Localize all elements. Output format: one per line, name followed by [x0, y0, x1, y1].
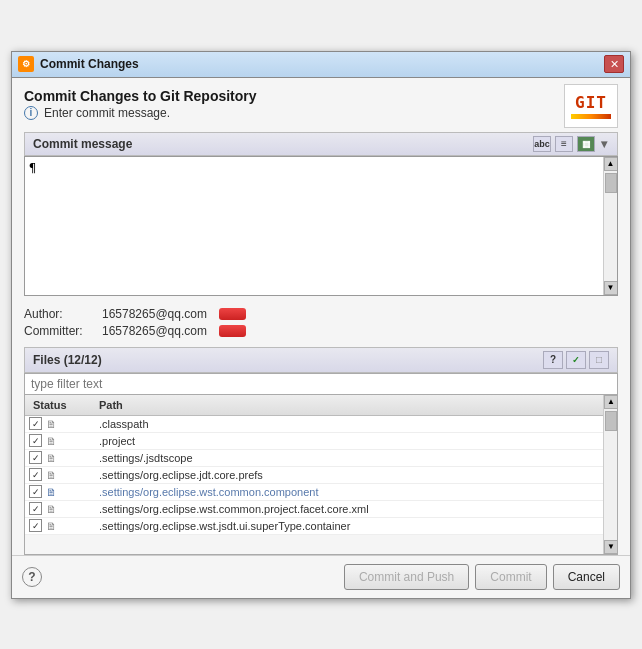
cell-path: .settings/org.eclipse.wst.common.compone…: [95, 485, 603, 499]
dialog-icon: ⚙: [18, 56, 34, 72]
files-table-container: Status Path ✓ 🗎 .classpath: [24, 395, 618, 555]
files-scroll-up[interactable]: ▲: [604, 395, 618, 409]
table-header: Status Path: [25, 395, 603, 416]
author-badge: [219, 308, 246, 320]
filter-input[interactable]: [24, 373, 618, 395]
committer-row: Committer: 16578265@qq.com: [24, 324, 618, 338]
file-type-icon: 🗎: [44, 485, 58, 499]
commit-message-label: Commit message: [33, 137, 132, 151]
file-type-icon: 🗎: [44, 451, 58, 465]
commit-message-input[interactable]: ¶: [25, 157, 603, 295]
commit-message-area: ¶ ▲ ▼: [24, 156, 618, 296]
message-scrollbar[interactable]: ▲ ▼: [603, 157, 617, 295]
commit-message-section: Commit message abc ≡ ▦ ▾ ¶ ▲: [12, 132, 630, 302]
author-label: Author:: [24, 307, 94, 321]
cell-status: ✓ 🗎: [25, 417, 95, 431]
row-checkbox[interactable]: ✓: [29, 468, 42, 481]
scroll-up-arrow[interactable]: ▲: [604, 157, 618, 171]
files-table: Status Path ✓ 🗎 .classpath: [25, 395, 603, 554]
author-row: Author: 16578265@qq.com: [24, 307, 618, 321]
file-type-icon: 🗎: [44, 502, 58, 516]
cell-path: .settings/org.eclipse.wst.common.project…: [95, 502, 603, 516]
files-uncheck-icon[interactable]: □: [589, 351, 609, 369]
template-icon[interactable]: ▦: [577, 136, 595, 152]
committer-badge: [219, 325, 246, 337]
format-icon[interactable]: ≡: [555, 136, 573, 152]
dialog-title: Commit Changes to Git Repository: [24, 88, 618, 104]
table-row[interactable]: ✓ 🗎 .settings/org.eclipse.wst.jsdt.ui.su…: [25, 518, 603, 535]
bottom-left: ?: [22, 567, 42, 587]
file-type-icon: 🗎: [44, 417, 58, 431]
files-scroll-down[interactable]: ▼: [604, 540, 618, 554]
commit-and-push-button[interactable]: Commit and Push: [344, 564, 469, 590]
file-type-icon: 🗎: [44, 468, 58, 482]
cell-status: ✓ 🗎: [25, 485, 95, 499]
author-section: Author: 16578265@qq.com Committer: 16578…: [12, 302, 630, 347]
cancel-button[interactable]: Cancel: [553, 564, 620, 590]
table-row[interactable]: ✓ 🗎 .classpath: [25, 416, 603, 433]
files-help-icon[interactable]: ?: [543, 351, 563, 369]
cell-status: ✓ 🗎: [25, 468, 95, 482]
cell-status: ✓ 🗎: [25, 502, 95, 516]
author-value: 16578265@qq.com: [102, 307, 207, 321]
cell-path: .settings/org.eclipse.wst.jsdt.ui.superT…: [95, 519, 603, 533]
help-button[interactable]: ?: [22, 567, 42, 587]
committer-label: Committer:: [24, 324, 94, 338]
table-row[interactable]: ✓ 🗎 .settings/.jsdtscope: [25, 450, 603, 467]
dialog-header: Commit Changes to Git Repository i Enter…: [12, 78, 630, 132]
scroll-track: [604, 171, 617, 281]
col-path-header: Path: [95, 397, 603, 413]
commit-dialog: ⚙ Commit Changes ✕ Commit Changes to Git…: [11, 51, 631, 599]
subtitle-text: Enter commit message.: [44, 106, 170, 120]
spell-check-icon[interactable]: abc: [533, 136, 551, 152]
files-scroll-thumb: [605, 411, 617, 431]
files-check-icon[interactable]: ✓: [566, 351, 586, 369]
title-bar: ⚙ Commit Changes ✕: [12, 52, 630, 78]
dialog-subtitle: i Enter commit message.: [24, 106, 618, 120]
scroll-thumb: [605, 173, 617, 193]
close-button[interactable]: ✕: [604, 55, 624, 73]
row-checkbox[interactable]: ✓: [29, 451, 42, 464]
table-body: ✓ 🗎 .classpath ✓ 🗎 .project: [25, 416, 603, 535]
cell-path: .settings/.jsdtscope: [95, 451, 603, 465]
cell-path: .settings/org.eclipse.jdt.core.prefs: [95, 468, 603, 482]
scroll-down-arrow[interactable]: ▼: [604, 281, 618, 295]
cell-status: ✓ 🗎: [25, 434, 95, 448]
cell-path: .project: [95, 434, 603, 448]
col-status-header: Status: [25, 397, 95, 413]
table-row[interactable]: ✓ 🗎 .project: [25, 433, 603, 450]
row-checkbox[interactable]: ✓: [29, 417, 42, 430]
row-checkbox[interactable]: ✓: [29, 434, 42, 447]
files-section: Files (12/12) ? ✓ □ Status Path ✓: [12, 347, 630, 555]
commit-button[interactable]: Commit: [475, 564, 546, 590]
cell-path: .classpath: [95, 417, 603, 431]
committer-value: 16578265@qq.com: [102, 324, 207, 338]
commit-message-header: Commit message abc ≡ ▦ ▾: [24, 132, 618, 156]
table-row[interactable]: ✓ 🗎 .settings/org.eclipse.wst.common.com…: [25, 484, 603, 501]
info-icon: i: [24, 106, 38, 120]
title-bar-text: Commit Changes: [40, 57, 604, 71]
bottom-buttons: Commit and Push Commit Cancel: [344, 564, 620, 590]
table-row[interactable]: ✓ 🗎 .settings/org.eclipse.wst.common.pro…: [25, 501, 603, 518]
files-header: Files (12/12) ? ✓ □: [24, 347, 618, 373]
git-logo: GIT: [564, 84, 618, 128]
row-checkbox[interactable]: ✓: [29, 519, 42, 532]
commit-message-toolbar: abc ≡ ▦ ▾: [533, 136, 609, 152]
row-checkbox[interactable]: ✓: [29, 502, 42, 515]
bottom-bar: ? Commit and Push Commit Cancel: [12, 555, 630, 598]
files-toolbar: ? ✓ □: [543, 351, 609, 369]
file-type-icon: 🗎: [44, 519, 58, 533]
table-row[interactable]: ✓ 🗎 .settings/org.eclipse.jdt.core.prefs: [25, 467, 603, 484]
dropdown-arrow[interactable]: ▾: [599, 137, 609, 151]
file-type-icon: 🗎: [44, 434, 58, 448]
cell-status: ✓ 🗎: [25, 519, 95, 533]
git-logo-bar: [571, 114, 611, 119]
row-checkbox[interactable]: ✓: [29, 485, 42, 498]
git-logo-text: GIT: [575, 93, 607, 112]
cell-status: ✓ 🗎: [25, 451, 95, 465]
files-label: Files (12/12): [33, 353, 102, 367]
files-scroll-track: [604, 409, 617, 540]
files-scrollbar[interactable]: ▲ ▼: [603, 395, 617, 554]
